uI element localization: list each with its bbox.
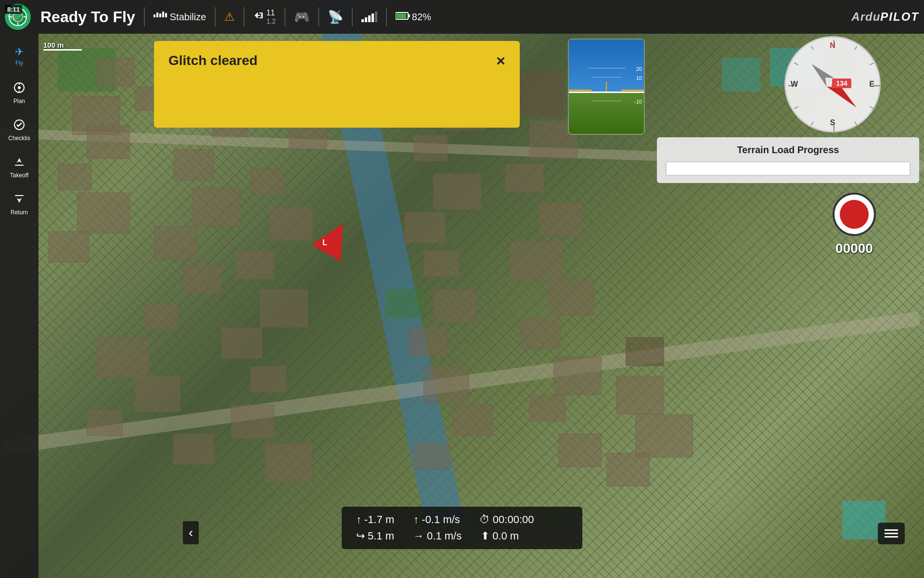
distance-icon: ↪ [356, 530, 365, 542]
compass: N S E W 134 [784, 36, 881, 132]
att-num-neg10: -10 [634, 99, 642, 105]
svg-point-18 [18, 86, 21, 89]
separator-6 [352, 7, 353, 26]
altitude-value: -1.7 m [364, 513, 394, 526]
att-center-vert [606, 82, 607, 92]
flight-mode-button[interactable]: Stabilize [154, 11, 206, 24]
svg-rect-10 [165, 13, 167, 17]
separator-3 [244, 7, 244, 26]
sidebar-item-takeoff[interactable]: Takeoff [2, 150, 37, 184]
ardupilot-logo: ArduPILOT [851, 10, 919, 24]
svg-rect-8 [159, 13, 161, 17]
drone-triangle [311, 215, 358, 262]
takeoff-icon [13, 156, 25, 171]
svg-line-31 [855, 121, 857, 125]
sidebar-item-fly[interactable]: ✈ Fly [2, 39, 37, 73]
distance-item: ↪ 5.1 m [356, 530, 394, 542]
gps-hdop: 1.2 [266, 17, 275, 26]
sidebar-fly-label: Fly [15, 60, 23, 66]
climb-icon: ↑ [413, 513, 419, 526]
pitch-line-10 [591, 77, 621, 78]
svg-rect-6 [154, 14, 155, 17]
homedist-icon: ⬆ [481, 530, 489, 542]
sidebar-item-return[interactable]: Return [2, 187, 37, 222]
warning-icon[interactable]: ⚠ [224, 10, 235, 24]
telemetry-row-2: ↪ 5.1 m → 0.1 m/s ⬆ 0.0 m [356, 530, 568, 542]
ham-line-3 [885, 536, 898, 538]
signal-bar-5 [375, 12, 377, 22]
svg-rect-9 [162, 12, 164, 17]
svg-rect-7 [156, 13, 158, 17]
battery-icon [396, 12, 410, 23]
separator-4 [284, 7, 285, 26]
separator-2 [215, 7, 216, 26]
homedist-value: 0.0 m [492, 530, 519, 542]
compass-ring: N S E W 134 [784, 36, 881, 132]
attitude-horizon [569, 92, 644, 93]
svg-line-34 [795, 106, 798, 109]
att-center-left [569, 90, 591, 91]
flight-status: Ready To Fly [40, 8, 135, 26]
att-num-10: 10 [636, 75, 642, 81]
rc-icon[interactable]: 🎮 [294, 10, 309, 25]
signal-bar-4 [372, 13, 374, 22]
flight-mode-label: Stabilize [170, 12, 206, 23]
record-button[interactable] [833, 193, 876, 236]
tools-icon [253, 10, 264, 23]
sidebar-takeoff-label: Takeoff [10, 172, 28, 179]
stabilize-icon [154, 11, 167, 24]
hamburger-menu-button[interactable] [878, 523, 905, 544]
signal-bar-3 [368, 15, 371, 22]
hspeed-value: 0.1 m/s [427, 530, 462, 542]
svg-rect-15 [408, 14, 410, 17]
climb-item: ↑ -0.1 m/s [413, 513, 460, 526]
terrain-progress-bar [666, 161, 911, 176]
terrain-title: Terrain Load Progress [666, 144, 911, 156]
battery-indicator: 82% [396, 12, 431, 23]
attitude-indicator: 20 10 -10 [568, 39, 645, 135]
svg-marker-25 [808, 60, 834, 86]
hspeed-icon: → [413, 530, 424, 542]
return-icon [13, 193, 25, 208]
pitch-line-neg10 [591, 101, 621, 101]
sidebar: ✈ Fly Plan Checklis [0, 34, 38, 578]
compass-heading-value: 134 [832, 79, 851, 88]
battery-percent: 82% [412, 12, 431, 23]
telemetry-row-1: ↑ -1.7 m ↑ -0.1 m/s ⏱ 00:00:00 [356, 513, 568, 526]
timer-icon: ⏱ [479, 513, 490, 526]
separator-7 [386, 7, 387, 26]
signal-bar-2 [365, 17, 367, 22]
record-counter: 00000 [835, 241, 873, 256]
scroll-left-button[interactable]: ‹ [183, 521, 199, 544]
plan-icon [13, 82, 25, 96]
telemetry-bar: ↑ -1.7 m ↑ -0.1 m/s ⏱ 00:00:00 ↪ 5.1 m →… [342, 507, 582, 549]
record-dot [840, 200, 869, 229]
svg-line-36 [795, 63, 798, 66]
gps-info: 11 1.2 [253, 8, 275, 26]
hspeed-item: → 0.1 m/s [413, 530, 462, 542]
sidebar-item-checklist[interactable]: Checklis [2, 113, 37, 147]
drone-label: L [322, 238, 327, 247]
sidebar-checklist-label: Checklis [8, 135, 30, 142]
record-area: 00000 [833, 193, 876, 256]
distance-value: 5.1 m [368, 530, 394, 542]
sidebar-item-plan[interactable]: Plan [2, 76, 37, 110]
scale-bar: 100 m [43, 41, 82, 51]
sidebar-return-label: Return [11, 209, 28, 216]
ham-line-1 [885, 529, 898, 531]
terrain-panel: Terrain Load Progress [657, 137, 919, 183]
transmission-icon[interactable]: 📡 [328, 10, 343, 25]
altitude-icon: ↑ [356, 513, 361, 526]
scale-line [43, 49, 82, 51]
notification-close-button[interactable]: × [496, 53, 505, 68]
scale-value: 100 m [43, 41, 64, 49]
svg-line-28 [870, 63, 873, 66]
attitude-ground [569, 92, 644, 134]
sidebar-plan-label: Plan [13, 98, 25, 105]
signal-strength [361, 12, 377, 22]
altitude-item: ↑ -1.7 m [356, 513, 394, 526]
notification-message: Glitch cleared [168, 53, 257, 68]
svg-rect-23 [15, 195, 24, 196]
time-display: 8:11 [5, 5, 22, 14]
svg-line-30 [870, 106, 873, 109]
